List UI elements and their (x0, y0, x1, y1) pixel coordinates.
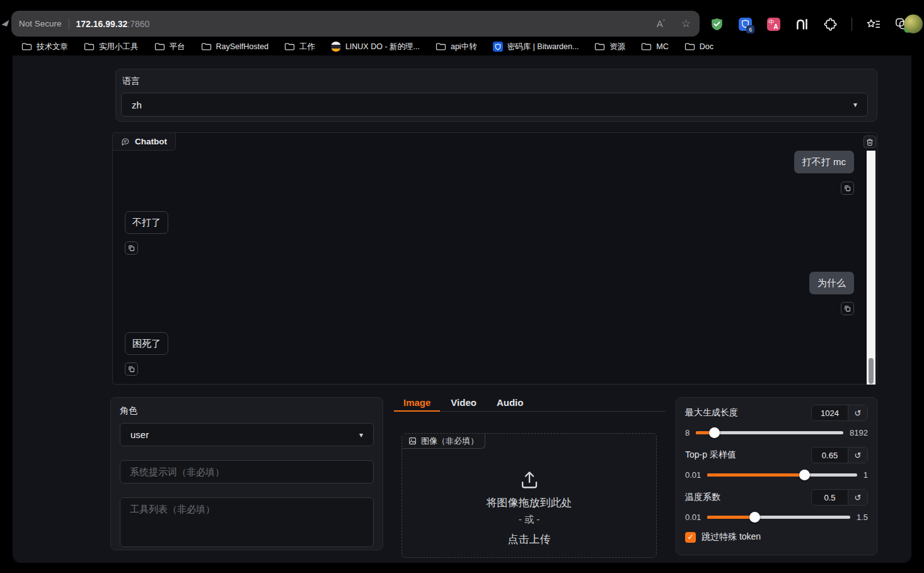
slider-max: 1 (863, 470, 868, 480)
page-content: 语言 zh ▾ Chatbot 打不打 mc 不打了 为什么 困死了 角色 us… (13, 55, 911, 563)
drop-text: 将图像拖放到此处 (487, 495, 572, 510)
reading-list-star-icon[interactable] (867, 17, 881, 31)
m-logo-extension-icon[interactable] (795, 17, 809, 31)
temperature-label: 温度系数 (685, 492, 720, 503)
bitwarden-extension-icon[interactable]: 6 (738, 17, 752, 31)
role-dropdown[interactable]: user ▾ (120, 423, 374, 446)
chat-message-user: 打不打 mc (794, 151, 854, 173)
chat-message-bot: 困死了 (125, 332, 168, 355)
address-bar[interactable]: Not Secure 172.16.99.32:7860 A” ☆ (11, 11, 700, 37)
tab-audio[interactable]: Audio (487, 397, 533, 412)
bookmark-folder[interactable]: MC (641, 42, 668, 51)
copy-icon (128, 245, 135, 252)
folder-icon (284, 42, 295, 51)
folder-icon (684, 42, 695, 51)
folder-icon (154, 42, 165, 51)
bookmark-folder[interactable]: 资源 (594, 42, 625, 52)
language-label: 语言 (122, 76, 868, 87)
top-p-valuebox: 0.65 ↺ (811, 447, 868, 463)
bookmark-folder[interactable]: 平台 (154, 42, 185, 52)
bookmark-linuxdo[interactable]: LINUX DO - 新的理... (331, 42, 420, 52)
chat-scrollbar[interactable] (867, 151, 875, 385)
slider-fill (707, 516, 754, 519)
slider-fill (707, 473, 804, 477)
copy-message-button[interactable] (125, 241, 138, 255)
click-upload-text[interactable]: 点击上传 (508, 532, 551, 547)
copy-message-button[interactable] (841, 182, 854, 195)
chat-message-user: 为什么 (809, 272, 854, 294)
role-panel: 角色 user ▾ (110, 397, 383, 550)
profile-avatar[interactable] (904, 14, 923, 33)
temperature-value[interactable]: 0.5 (812, 490, 848, 505)
slider-thumb[interactable] (749, 512, 760, 523)
chatbot-panel: Chatbot 打不打 mc 不打了 为什么 困死了 (112, 132, 877, 385)
reader-mode-icon[interactable]: A” (657, 18, 665, 29)
language-value: zh (132, 100, 853, 110)
generation-params-panel: 最大生成长度 1024 ↺ 8 8192 Top-p 采样值 0.65 ↺ 0.… (676, 397, 877, 555)
slider-track[interactable] (696, 431, 843, 434)
max-length-value[interactable]: 1024 (812, 405, 848, 420)
bookmark-star-icon[interactable]: ☆ (681, 17, 691, 30)
bitwarden-badge: 6 (746, 25, 754, 33)
slider-track[interactable] (707, 516, 850, 519)
role-label: 角色 (120, 405, 374, 417)
folder-icon (641, 42, 652, 51)
image-upload-label: 图像（非必填） (402, 434, 485, 449)
skip-special-token-row: ✓ 跳过特殊 token (685, 531, 868, 543)
bookmark-folder[interactable]: 技术文章 (21, 42, 68, 52)
media-section: Image Video Audio 图像（非必填） 将图像拖放到此处 - 或 -… (394, 397, 666, 557)
bitwarden-favicon (493, 42, 503, 52)
temperature-valuebox: 0.5 ↺ (811, 489, 868, 506)
system-prompt-input[interactable] (120, 460, 374, 483)
media-tabs: Image Video Audio (394, 397, 666, 412)
tab-video[interactable]: Video (441, 397, 486, 412)
clear-chat-button[interactable] (863, 136, 876, 148)
slider-track[interactable] (707, 473, 857, 477)
tab-image[interactable]: Image (394, 397, 440, 412)
reset-icon[interactable]: ↺ (848, 448, 867, 463)
url-host: 172.16.99.32 (76, 19, 128, 29)
image-upload-dropzone[interactable]: 图像（非必填） 将图像拖放到此处 - 或 - 点击上传 (401, 433, 657, 558)
bookmark-folder[interactable]: 工作 (284, 42, 315, 52)
copy-icon (844, 185, 851, 192)
linuxdo-favicon (331, 42, 341, 52)
max-length-valuebox: 1024 ↺ (811, 405, 868, 421)
browser-toolbar: Not Secure 172.16.99.32:7860 A” ☆ 6 中 A (0, 0, 924, 55)
bookmark-folder[interactable]: 实用小工具 (84, 42, 139, 52)
slider-thumb[interactable] (709, 427, 720, 438)
bookmark-bitwarden[interactable]: 密码库 | Bitwarden... (493, 42, 579, 52)
not-secure-label: Not Secure (19, 19, 62, 28)
translate-extension-icon[interactable]: 中 A (766, 17, 780, 31)
bookmark-folder[interactable]: RaySelfHosted (201, 42, 269, 51)
reset-icon[interactable]: ↺ (848, 405, 867, 420)
max-length-label: 最大生成长度 (685, 407, 738, 419)
slider-min: 0.01 (685, 470, 701, 480)
slider-thumb[interactable] (799, 470, 810, 480)
top-p-value[interactable]: 0.65 (812, 448, 848, 463)
copy-message-button[interactable] (125, 362, 138, 376)
chat-message-bot: 不打了 (125, 211, 168, 234)
role-value: user (130, 429, 359, 440)
temperature-slider: 0.01 1.5 (685, 512, 868, 522)
language-dropdown[interactable]: zh ▾ (121, 93, 868, 117)
upload-icon (519, 470, 540, 489)
upload-instructions: 将图像拖放到此处 - 或 - 点击上传 (402, 470, 656, 547)
address-divider (69, 19, 69, 29)
bookmark-folder[interactable]: api中转 (436, 42, 477, 52)
skip-special-token-checkbox[interactable]: ✓ (685, 532, 696, 543)
extensions-puzzle-icon[interactable] (823, 17, 837, 31)
slider-min: 0.01 (685, 512, 701, 522)
copy-message-button[interactable] (841, 302, 854, 315)
image-icon (408, 437, 417, 445)
max-length-slider: 8 8192 (685, 428, 868, 437)
language-panel: 语言 zh ▾ (115, 69, 877, 122)
chat-scrollbar-thumb[interactable] (869, 358, 874, 384)
folder-icon (436, 42, 446, 51)
bookmark-folder[interactable]: Doc (684, 42, 713, 51)
folder-icon (201, 42, 212, 51)
tools-list-input[interactable] (120, 497, 374, 547)
skip-special-token-label: 跳过特殊 token (702, 531, 761, 543)
reset-icon[interactable]: ↺ (848, 490, 867, 505)
adguard-shield-icon[interactable] (710, 17, 724, 31)
or-text: - 或 - (519, 514, 540, 526)
